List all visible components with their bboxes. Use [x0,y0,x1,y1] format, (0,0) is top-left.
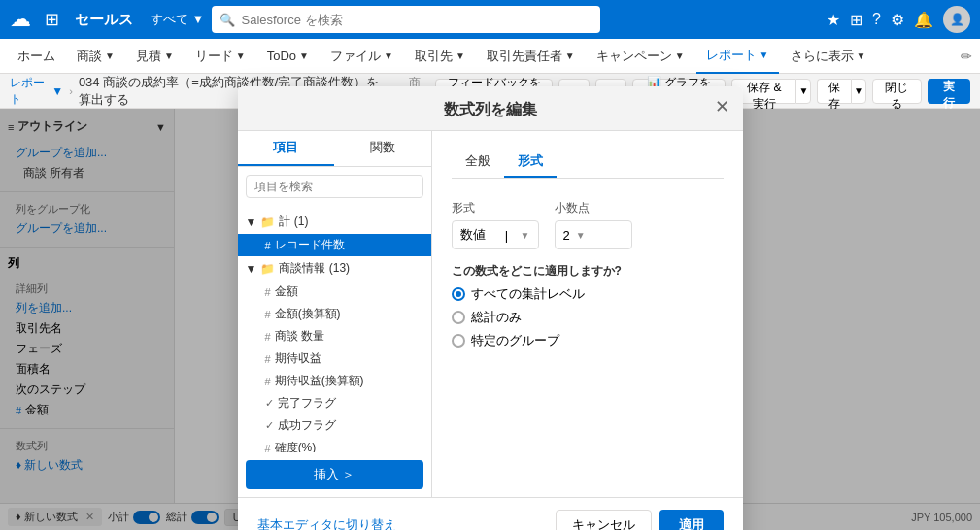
format-select[interactable]: 数値 | ▼ [452,220,539,249]
radio-label-total: 総計のみ [471,309,522,326]
run-button[interactable]: 実行 [928,79,970,104]
hash-icon7: # [265,443,271,453]
decimal-group: 小数点 2 ▼ [555,200,632,249]
save-run-dropdown[interactable]: ▼ [795,79,811,104]
nav-leads[interactable]: リード ▼ [186,39,255,74]
close-button[interactable]: 閉じる [872,79,923,104]
help-icon[interactable]: ? [872,11,881,28]
item-record-count[interactable]: # レコード件数 [238,234,431,256]
apps-grid-icon[interactable]: ⊞ [45,9,59,30]
modal-title: 数式列を編集 [444,100,537,120]
folder-label: 計 (1) [279,214,308,230]
apply-button[interactable]: 適用 [659,510,724,530]
insert-area: 挿入 ＞ [238,452,431,497]
format-value: 数値 [460,226,486,244]
format-group: 形式 数値 | ▼ [452,200,539,249]
waffle-icon[interactable]: ⊞ [850,11,862,29]
radio-label-specific: 特定のグループ [471,332,559,349]
main-content: ≡ アウトライン ▼ グループを追加... 商談 所有者 列をグループ化 グルー… [0,109,980,530]
favorites-icon[interactable]: ★ [827,11,840,29]
tab-functions[interactable]: 関数 [334,131,431,166]
search-bar[interactable]: 🔍 [212,6,600,33]
save-split: 保存 ▼ [817,79,865,104]
item-expected-rev[interactable]: # 期待収益 [238,348,431,370]
decimal-label: 小数点 [555,200,632,216]
insert-button[interactable]: 挿入 ＞ [246,460,423,489]
radio-circle-total [452,311,465,324]
search-icon: 🔍 [220,13,235,27]
folder-chevron-icon2: ▼ [246,262,257,276]
avatar[interactable]: 👤 [943,6,970,33]
item-search-input[interactable] [246,175,423,198]
tab-format[interactable]: 形式 [504,147,557,178]
all-dropdown[interactable]: すべて ▼ [151,11,204,28]
tab-general[interactable]: 全般 [452,147,504,178]
nav-deals[interactable]: 商談 ▼ [67,39,124,74]
navbar: ホーム 商談 ▼ 見積 ▼ リード ▼ ToDo ▼ ファイル ▼ 取引先 ▼ … [0,39,980,74]
modal-left-panel: 項目 関数 ▼ 📁 計 (1) # [238,131,432,497]
hash-icon2: # [265,286,271,298]
format-label: 形式 [452,200,539,216]
search-input[interactable] [241,13,592,27]
nav-reports[interactable]: レポート ▼ [696,39,779,74]
item-label-expected-rev: 期待収益 [275,350,321,367]
nav-transactions[interactable]: 取引先 ▼ [405,39,475,74]
modal-right-panel: 全般 形式 形式 数値 | ▼ [432,131,743,497]
modal-overlay: 数式列を編集 ✕ 項目 関数 ▼ [0,109,980,530]
folder-icon2: 📁 [260,262,275,276]
modal-close-button[interactable]: ✕ [715,96,729,117]
item-label-probability: 確度(%) [275,440,317,452]
radio-all-levels[interactable]: すべての集計レベル [452,285,724,303]
nav-home[interactable]: ホーム [8,39,65,74]
tab-items[interactable]: 項目 [238,131,335,166]
nav-edit-icon[interactable]: ✏ [961,49,972,64]
breadcrumb[interactable]: レポート ▼ [10,75,63,108]
nav-contacts[interactable]: 取引先責任者 ▼ [477,39,585,74]
item-label-success-flag: 成功フラグ [278,417,336,434]
radio-specific-group[interactable]: 特定のグループ [452,332,724,349]
nav-todo[interactable]: ToDo ▼ [257,39,319,74]
item-complete-flag[interactable]: ✓ 完了フラグ [238,392,431,414]
topbar-icons: ★ ⊞ ? ⚙ 🔔 👤 [827,6,970,33]
item-label: レコード件数 [275,237,345,253]
basic-editor-link[interactable]: 基本エディタに切り替え [257,516,396,530]
modal-right-tabs: 全般 形式 [452,147,724,179]
item-expected-rev-conv[interactable]: # 期待収益(換算額) [238,370,431,392]
radio-group: すべての集計レベル 総計のみ 特定のグループ [452,285,724,349]
folder-label2: 商談情報 (13) [279,260,350,277]
item-label-deal-qty: 商談 数量 [275,328,324,345]
footer-actions: キャンセル 適用 [556,510,724,530]
salesforce-logo: ☁ [10,7,31,32]
modal-footer: 基本エディタに切り替え キャンセル 適用 [238,497,743,530]
save-dropdown[interactable]: ▼ [851,79,865,104]
item-success-flag[interactable]: ✓ 成功フラグ [238,414,431,437]
notification-icon[interactable]: 🔔 [914,11,933,29]
format-row: 形式 数値 | ▼ 小数点 2 ▼ [452,200,724,249]
nav-more[interactable]: さらに表示 ▼ [781,39,876,74]
item-label-expected-rev-conv: 期待収益(換算額) [275,373,364,389]
modal-left-tabs: 項目 関数 [238,131,431,167]
decimal-select[interactable]: 2 ▼ [555,220,632,249]
decimal-value: 2 [563,228,570,243]
item-deal-qty[interactable]: # 商談 数量 [238,325,431,348]
radio-circle-all [452,287,465,301]
item-amount[interactable]: # 金額 [238,281,431,303]
item-label-amount: 金額 [275,283,298,300]
modal-body: 項目 関数 ▼ 📁 計 (1) # [238,131,743,497]
nav-purchases[interactable]: 見積 ▼ [126,39,184,74]
hash-icon4: # [265,331,271,343]
check-icon2: ✓ [265,419,274,432]
folder-deal-info[interactable]: ▼ 📁 商談情報 (13) [238,256,431,281]
save-button[interactable]: 保存 [817,79,851,104]
radio-total-only[interactable]: 総計のみ [452,309,724,326]
folder-chevron-icon: ▼ [246,215,257,229]
item-probability[interactable]: # 確度(%) [238,437,431,452]
settings-icon[interactable]: ⚙ [891,11,904,29]
nav-campaigns[interactable]: キャンペーン ▼ [587,39,694,74]
format-cursor: | [505,228,508,243]
item-label-complete-flag: 完了フラグ [278,395,336,412]
folder-total[interactable]: ▼ 📁 計 (1) [238,210,431,234]
item-amount-conv[interactable]: # 金額(換算額) [238,303,431,325]
nav-files[interactable]: ファイル ▼ [321,39,403,74]
cancel-button[interactable]: キャンセル [556,510,652,530]
